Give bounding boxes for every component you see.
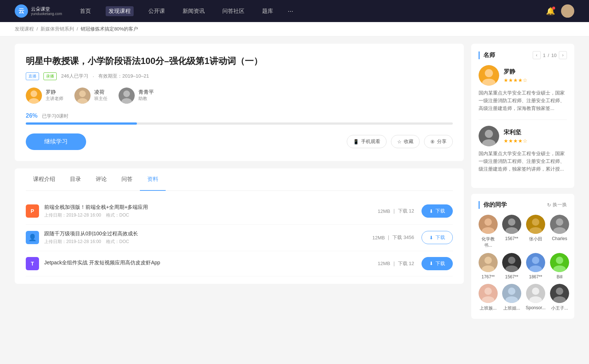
classmate-8: Bill xyxy=(550,253,569,279)
tab-intro[interactable]: 课程介绍 xyxy=(26,168,63,191)
classmate-1-avatar[interactable] xyxy=(479,215,498,234)
tab-catalog[interactable]: 目录 xyxy=(63,168,88,191)
tab-qa[interactable]: 问答 xyxy=(114,168,140,191)
teacher-1-avatar xyxy=(26,88,42,104)
classmate-3: 张小田 xyxy=(526,215,546,249)
classmates-title: 你的同学 xyxy=(479,201,507,209)
nav-more[interactable]: ··· xyxy=(288,7,293,15)
breadcrumb-series[interactable]: 新媒体营销系列 xyxy=(40,26,74,32)
classmate-10-avatar[interactable] xyxy=(502,284,521,303)
teachers: 罗静 主讲老师 凌荷 班主任 xyxy=(26,88,453,104)
teacher-divider xyxy=(479,119,567,120)
svg-point-39 xyxy=(556,257,563,264)
breadcrumb-discover[interactable]: 发现课程 xyxy=(15,26,34,32)
classmate-7-avatar[interactable] xyxy=(526,253,545,272)
classmate-2-avatar[interactable] xyxy=(502,215,521,234)
svg-point-12 xyxy=(485,69,493,77)
star-icon: ☆ xyxy=(397,139,402,144)
tag-live: 直播 xyxy=(26,72,39,80)
classmate-11: Sponsor... xyxy=(526,284,546,311)
classmate-9-avatar[interactable] xyxy=(479,284,498,303)
nav-home[interactable]: 首页 xyxy=(77,6,94,16)
svg-point-30 xyxy=(484,257,492,264)
file-name-2: 跟随千万级项目从0到100全过程高效成长 xyxy=(44,231,372,237)
file-meta-1: 上传日期：2019-12-28 16:00 格式：DOC xyxy=(44,212,378,218)
file-icon-2: 👤 xyxy=(26,231,39,244)
teacher-1-name: 罗静 xyxy=(46,89,63,96)
progress-percent: 26% xyxy=(26,113,38,119)
file-info-2: 跟随千万级项目从0到100全过程高效成长 上传日期：2019-12-28 16:… xyxy=(44,231,372,245)
download-button-3[interactable]: ⬇ 下载 xyxy=(422,257,453,270)
file-name-3: Jetpack全组件实战 开发短视频应用高仿皮皮虾App xyxy=(44,260,378,266)
student-count: 246人已学习 xyxy=(61,73,88,79)
classmates-title-row: 你的同学 ↻ 换一换 xyxy=(479,201,567,209)
teacher-profile-2-header: 宋利坚 ★★★★☆ xyxy=(479,126,567,146)
content-left: 明星中教授课，小学阶段语法100分–强化级第1讲动词（一） 直播 录播 246人… xyxy=(15,44,464,325)
teacher-profile-1-name: 罗静 xyxy=(504,68,528,76)
share-icon: ⑧ xyxy=(430,139,435,144)
nav-discover[interactable]: 发现课程 xyxy=(106,6,134,16)
nav-exam[interactable]: 题库 xyxy=(259,6,276,16)
share-button[interactable]: ⑧ 分享 xyxy=(424,135,453,148)
teachers-pagination: ‹ 1/10 › xyxy=(533,51,567,59)
nav-open[interactable]: 公开课 xyxy=(145,6,168,16)
tab-material[interactable]: 资料 xyxy=(140,168,166,191)
tabs-header: 课程介绍 目录 评论 问答 资料 xyxy=(26,168,453,191)
nav-logo[interactable]: 云 云朵课堂 yunduoketang.com xyxy=(15,4,62,18)
classmate-2-name: 1567** xyxy=(505,236,518,241)
classmate-6-name: 1567** xyxy=(505,274,518,279)
classmate-12: 小王子... xyxy=(550,284,569,311)
notification-bell[interactable]: 🔔 xyxy=(546,7,555,15)
prev-page-button[interactable]: ‹ xyxy=(533,51,541,59)
download-icon-1: ⬇ xyxy=(429,208,433,214)
file-stats-2: 12MB ｜ 下载 3456 xyxy=(372,234,414,241)
next-page-button[interactable]: › xyxy=(559,51,567,59)
refresh-button[interactable]: ↻ 换一换 xyxy=(547,201,567,208)
progress-sub: 已学习0课时 xyxy=(42,113,68,119)
collect-button[interactable]: ☆ 收藏 xyxy=(391,135,420,148)
file-info-3: Jetpack全组件实战 开发短视频应用高仿皮皮虾App xyxy=(44,260,378,268)
download-button-1[interactable]: ⬇ 下载 xyxy=(422,204,453,218)
course-actions: 继续学习 📱 手机观看 ☆ 收藏 ⑧ 分享 xyxy=(26,133,453,150)
classmate-6-avatar[interactable] xyxy=(502,253,521,272)
classmate-5-avatar[interactable] xyxy=(479,253,498,272)
teacher-2: 凌荷 班主任 xyxy=(74,88,107,104)
action-buttons: 📱 手机观看 ☆ 收藏 ⑧ 分享 xyxy=(347,135,453,148)
continue-study-button[interactable]: 继续学习 xyxy=(26,133,86,150)
refresh-label: 换一换 xyxy=(553,201,567,208)
file-stats-1: 12MB ｜ 下载 12 xyxy=(378,208,414,214)
page-total: 10 xyxy=(551,53,557,58)
tabs-section: 课程介绍 目录 评论 问答 资料 P 前端全栈加强版！前端全栈+全周期+多端应用… xyxy=(15,168,464,284)
teacher-profile-1-stars: ★★★★☆ xyxy=(504,77,528,83)
svg-point-0 xyxy=(565,7,571,13)
classmate-5-name: 1767** xyxy=(482,274,495,279)
teacher-profile-1: 罗静 ★★★★☆ 国内某重点大学安全工程专业硕士，国家一级注册消防工程师、注册安… xyxy=(479,65,567,112)
teacher-profile-2-stars: ★★★★☆ xyxy=(504,138,528,144)
teacher-2-name: 凌荷 xyxy=(94,89,107,96)
classmate-8-avatar[interactable] xyxy=(550,253,569,272)
tab-comment[interactable]: 评论 xyxy=(88,168,114,191)
svg-point-36 xyxy=(532,257,539,264)
user-avatar[interactable] xyxy=(561,4,574,18)
mobile-watch-button[interactable]: 📱 手机观看 xyxy=(347,135,387,148)
classmate-3-avatar[interactable] xyxy=(526,215,545,234)
classmate-3-name: 张小田 xyxy=(529,236,542,242)
file-item-3: T Jetpack全组件实战 开发短视频应用高仿皮皮虾App 12MB ｜ 下载… xyxy=(26,251,453,276)
teacher-profile-2-name: 宋利坚 xyxy=(504,129,528,136)
classmate-12-avatar[interactable] xyxy=(550,284,569,303)
nav-qa[interactable]: 问答社区 xyxy=(219,6,247,16)
classmate-4-avatar[interactable] xyxy=(550,215,569,234)
page-current: 1 xyxy=(543,53,546,58)
svg-point-48 xyxy=(532,288,539,295)
svg-point-18 xyxy=(484,218,492,226)
svg-point-51 xyxy=(556,288,563,295)
teacher-profile-1-header: 罗静 ★★★★☆ xyxy=(479,65,567,86)
teacher-1: 罗静 主讲老师 xyxy=(26,88,63,104)
teacher-profile-2: 宋利坚 ★★★★☆ 国内某重点大学安全工程专业硕士，国家一级注册消防工程师、注册… xyxy=(479,126,567,173)
download-button-2[interactable]: ⬇ 下载 xyxy=(422,231,453,244)
classmate-11-avatar[interactable] xyxy=(526,284,545,303)
file-item-1: P 前端全栈加强版！前端全栈+全周期+多端应用 上传日期：2019-12-28 … xyxy=(26,198,453,225)
nav-news[interactable]: 新闻资讯 xyxy=(180,6,208,16)
progress-section: 26% 已学习0课时 xyxy=(26,113,453,125)
classmate-4: Charles xyxy=(550,215,569,249)
